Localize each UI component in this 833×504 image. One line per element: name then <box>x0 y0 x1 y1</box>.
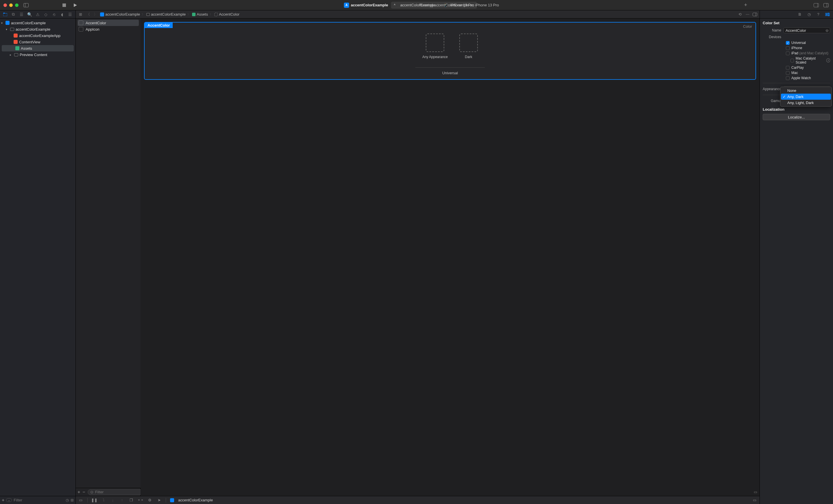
clear-icon[interactable]: ⊖ <box>826 28 829 33</box>
step-into-icon[interactable]: ↓ <box>110 498 115 503</box>
device-ipad[interactable]: iPad (and Mac Catalyst) <box>786 51 830 55</box>
scm-filter-icon[interactable]: ⊞ <box>71 498 74 502</box>
color-set-title: AccentColor <box>145 23 173 28</box>
well-label-any: Any Appearance <box>422 55 448 59</box>
add-editor-button[interactable]: + <box>742 2 749 9</box>
name-field[interactable]: AccentColor⊖ <box>784 27 830 33</box>
asset-outline: AccentColor AppIcon <box>76 19 141 488</box>
attributes-inspector-tab[interactable] <box>825 12 830 17</box>
tree-group-label: accentColorExample <box>16 27 50 31</box>
add-files-button[interactable]: + <box>2 498 4 503</box>
device-carplay[interactable]: CarPlay <box>786 66 830 70</box>
well-label-dark: Dark <box>465 55 472 59</box>
tree-root[interactable]: ▾ accentColorExample <box>0 20 75 26</box>
remove-asset-button[interactable]: − <box>82 489 85 495</box>
related-items-icon[interactable]: ⊞ <box>77 11 83 17</box>
process-icon <box>170 498 174 502</box>
adjust-editor-icon[interactable] <box>752 11 758 17</box>
svg-rect-0 <box>24 3 29 7</box>
navigator-filter-input[interactable] <box>14 498 64 502</box>
library-button[interactable] <box>813 2 820 9</box>
code-review-icon[interactable]: ⋯ <box>744 11 750 17</box>
process-name[interactable]: accentColorExample <box>178 498 213 502</box>
find-navigator-tab[interactable]: 🔍 <box>27 11 32 17</box>
tree-group[interactable]: ▾ accentColorExample <box>0 26 75 32</box>
debug-navigator-tab[interactable]: ⎋ <box>51 11 57 17</box>
color-set-kind: Color <box>743 24 752 29</box>
step-over-icon[interactable]: ⤵ <box>101 498 106 503</box>
help-inspector-tab[interactable]: ? <box>816 12 821 17</box>
navigator-filter-bar: + ⌄ ◷ ⊞ <box>0 496 75 504</box>
tree-item-preview[interactable]: ▸ Preview Content <box>0 51 75 58</box>
report-navigator-tab[interactable]: ☰ <box>67 11 73 17</box>
name-label: Name <box>763 28 784 32</box>
asset-filter-input[interactable] <box>95 490 144 494</box>
device-universal[interactable]: ✓Universal <box>786 41 830 45</box>
memory-graph-icon[interactable]: ⚬⚬ <box>138 498 143 503</box>
localization-section: Localization <box>763 107 830 111</box>
tree-item-label: ContentView <box>19 40 40 44</box>
tree-item-app[interactable]: accentColorExampleApp <box>0 32 75 39</box>
project-title: A accentColorExample <box>344 3 388 8</box>
breakpoint-navigator-tab[interactable]: ◖ <box>59 11 65 17</box>
file-inspector-tab[interactable]: 🗎 <box>797 12 802 17</box>
debug-3d-icon[interactable]: ❐ <box>129 498 134 503</box>
navigator-tabs: ⧉ ☰ 🔍 ⚠ ◇ ⎋ ◖ ☰ <box>0 10 75 19</box>
device-mac[interactable]: Mac <box>786 71 830 75</box>
refresh-icon[interactable]: ⟲ <box>737 11 743 17</box>
environment-override-icon[interactable]: ⚙ <box>147 498 152 503</box>
stop-button[interactable] <box>61 2 68 9</box>
zoom-window[interactable] <box>15 3 19 7</box>
debug-bar: ▭ ❚❚ ⤵ ↓ ↑ ❐ ⚬⚬ ⚙ ➤ accentColorExample ▭ <box>76 496 760 504</box>
crumb-group[interactable]: accentColorExample <box>146 12 186 17</box>
nav-back-icon[interactable]: 〈 <box>85 11 91 17</box>
location-icon[interactable]: ➤ <box>157 498 162 503</box>
info-icon[interactable]: i <box>826 58 830 62</box>
tree-item-label: accentColorExampleApp <box>19 33 61 38</box>
svg-rect-2 <box>63 3 66 7</box>
minimize-window[interactable] <box>9 3 13 7</box>
device-apple-watch[interactable]: Apple Watch <box>786 76 830 80</box>
localize-button[interactable]: Localize... <box>763 114 830 120</box>
section-color-set: Color Set <box>763 21 830 25</box>
recent-filter-icon[interactable]: ◷ <box>66 498 69 502</box>
toggle-navigator-icon[interactable] <box>23 2 29 9</box>
tree-item-assets[interactable]: Assets <box>2 45 74 51</box>
toggle-variables-view-icon[interactable]: ▭ <box>752 498 757 503</box>
step-out-icon[interactable]: ↑ <box>119 498 125 503</box>
svg-point-15 <box>828 15 829 16</box>
asset-row-appicon[interactable]: AppIcon <box>76 26 141 32</box>
appearances-option-none[interactable]: None <box>781 87 831 94</box>
run-button[interactable] <box>72 2 79 9</box>
device-mac-catalyst-scaled[interactable]: Mac Catalyst Scaledi <box>790 56 830 65</box>
symbol-navigator-tab[interactable]: ☰ <box>19 11 24 17</box>
jump-bar: ⊞ 〈 〉 accentColorExample 〉 accentColorEx… <box>76 10 760 19</box>
tree-item-contentview[interactable]: ContentView <box>0 39 75 45</box>
toggle-debug-area-icon[interactable]: ▭ <box>78 498 83 503</box>
filter-scope-toggle[interactable]: ⌄ <box>6 498 12 502</box>
svg-rect-8 <box>753 13 757 16</box>
crumb-project[interactable]: accentColorExample <box>100 12 140 17</box>
color-set-card[interactable]: AccentColor Color Any Appearance Dark <box>144 22 756 80</box>
project-navigator-tab[interactable] <box>2 11 8 17</box>
asset-list-toolbar: + − ⊙ <box>76 488 140 496</box>
color-well-dark[interactable] <box>459 33 478 52</box>
appearances-option-any-dark[interactable]: ✓Any, Dark <box>781 94 831 100</box>
toggle-inspector-icon[interactable] <box>823 2 830 9</box>
close-window[interactable] <box>3 3 7 7</box>
appearances-option-any-light-dark[interactable]: Any, Light, Dark <box>781 100 831 106</box>
crumb-assets[interactable]: Assets <box>192 12 208 17</box>
scheme-app-icon: A <box>394 3 398 7</box>
show-overview-icon[interactable]: ▭ <box>754 490 757 494</box>
issue-navigator-tab[interactable]: ⚠ <box>35 11 41 17</box>
device-iphone[interactable]: iPhone <box>786 46 830 50</box>
add-asset-button[interactable]: + <box>77 489 80 495</box>
source-control-navigator-tab[interactable]: ⧉ <box>10 11 16 17</box>
nav-forward-icon[interactable]: 〉 <box>93 11 98 17</box>
test-navigator-tab[interactable]: ◇ <box>43 11 49 17</box>
history-inspector-tab[interactable]: ◷ <box>806 12 812 17</box>
crumb-accentcolor[interactable]: AccentColor <box>214 12 239 17</box>
pause-icon[interactable]: ❚❚ <box>92 498 97 503</box>
color-well-any[interactable] <box>426 33 444 52</box>
asset-row-accentcolor[interactable]: AccentColor <box>77 20 139 26</box>
